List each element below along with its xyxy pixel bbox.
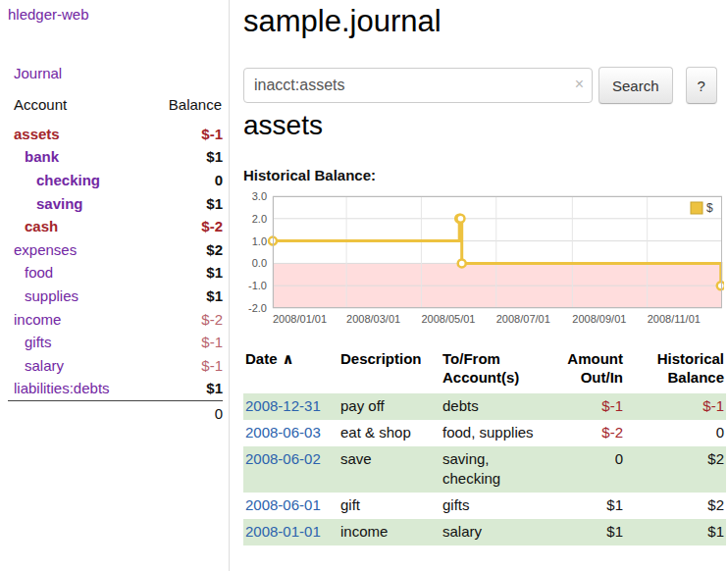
chart-y-tick: -2.0 xyxy=(248,302,267,314)
register-description: gift xyxy=(338,493,441,519)
register-date-link[interactable]: 2008-06-03 xyxy=(245,424,321,441)
account-balance: 0 xyxy=(143,169,223,192)
account-row: cash$-2 xyxy=(8,215,223,238)
account-link-checking[interactable]: checking xyxy=(36,172,100,188)
chart-x-tick: 2008/07/01 xyxy=(496,313,550,325)
account-row: food$1 xyxy=(8,262,223,286)
register-date-link[interactable]: 2008-06-02 xyxy=(245,450,321,467)
chart-y-tick: 2.0 xyxy=(252,213,267,225)
account-row: supplies$1 xyxy=(8,285,223,308)
account-balance: $-1 xyxy=(143,354,223,378)
register-balance: $2 xyxy=(631,493,726,519)
help-button[interactable]: ? xyxy=(686,67,717,104)
register-amount: $1 xyxy=(546,519,631,545)
account-balance: $-2 xyxy=(143,308,223,332)
register-amount: $-1 xyxy=(546,393,631,420)
account-balance: $1 xyxy=(143,378,223,401)
register-row: 2008-01-01 income salary $1 $1 xyxy=(243,519,726,545)
register-header-row: Date∧ Description To/From Account(s) Amo… xyxy=(243,349,726,393)
account-row: saving$1 xyxy=(8,192,223,216)
register-date-link[interactable]: 2008-12-31 xyxy=(245,397,321,414)
account-link-expenses[interactable]: expenses xyxy=(14,241,77,258)
account-link-income[interactable]: income xyxy=(14,311,61,328)
account-balance: $2 xyxy=(143,238,223,262)
accounts-total-row: 0 xyxy=(8,401,223,426)
page-title: sample.journal xyxy=(243,4,442,39)
accounts-header-account: Account xyxy=(8,96,143,123)
chart-y-tick: 1.0 xyxy=(252,235,267,247)
register-amount: $-2 xyxy=(546,420,631,446)
account-link-cash[interactable]: cash xyxy=(25,218,58,234)
chart-title: Historical Balance: xyxy=(243,167,376,183)
accounts-table: Account Balance assets$-1 bank$1 checkin… xyxy=(8,96,223,426)
register-date-link[interactable]: 2008-06-01 xyxy=(245,496,321,513)
account-link-assets[interactable]: assets xyxy=(14,126,60,142)
accounts-header-balance: Balance xyxy=(143,96,223,123)
account-balance: $1 xyxy=(143,262,223,286)
account-row: bank$1 xyxy=(8,146,223,170)
register-description: pay off xyxy=(338,393,441,420)
sort-ascending-icon: ∧ xyxy=(283,350,294,367)
account-balance: $-1 xyxy=(143,331,223,354)
register-row: 2008-12-31 pay off debts $-1 $-1 xyxy=(243,393,726,420)
register-amount: 0 xyxy=(546,446,631,493)
app-title-link[interactable]: hledger-web xyxy=(8,6,89,23)
account-row: liabilities:debts$1 xyxy=(8,378,223,401)
register-balance: $-1 xyxy=(631,393,726,420)
account-balance: $-2 xyxy=(143,215,223,238)
register-balance: 0 xyxy=(631,420,726,446)
register-row: 2008-06-02 save saving, checking 0 $2 xyxy=(243,446,726,493)
accounts-total-value: 0 xyxy=(143,401,223,426)
register-header-accounts: To/From Account(s) xyxy=(441,349,546,393)
register-header-description: Description xyxy=(338,349,441,393)
register-date-link[interactable]: 2008-01-01 xyxy=(245,523,321,540)
account-balance: $1 xyxy=(143,146,223,170)
account-link-gifts[interactable]: gifts xyxy=(25,334,52,350)
account-link-bank[interactable]: bank xyxy=(25,148,59,165)
account-row: gifts$-1 xyxy=(8,331,223,354)
register-row: 2008-06-01 gift gifts $1 $2 xyxy=(243,493,726,519)
register-description: income xyxy=(338,519,441,545)
register-header-balance: Historical Balance xyxy=(631,349,726,393)
register-balance: $1 xyxy=(631,519,726,545)
search-input[interactable] xyxy=(243,68,593,103)
main-content: sample.journal × Search ? assets Histori… xyxy=(243,0,728,571)
register-description: save xyxy=(338,446,441,493)
register-description: eat & shop xyxy=(338,420,441,446)
account-row: checking0 xyxy=(8,169,223,192)
sidebar: hledger-web Journal Account Balance asse… xyxy=(0,0,230,571)
chart-x-tick: 2008/11/01 xyxy=(648,313,701,325)
account-link-saving[interactable]: saving xyxy=(36,195,83,212)
clear-search-icon[interactable]: × xyxy=(575,76,584,93)
sidebar-item-journal[interactable]: Journal xyxy=(14,65,62,81)
search-button[interactable]: Search xyxy=(598,67,673,104)
search-box: × xyxy=(243,68,593,103)
register-header-date[interactable]: Date∧ xyxy=(243,349,338,393)
account-balance: $1 xyxy=(143,285,223,308)
account-link-food[interactable]: food xyxy=(25,264,53,281)
account-row: salary$-1 xyxy=(8,354,223,378)
register-row: 2008-06-03 eat & shop food, supplies $-2… xyxy=(243,420,726,446)
account-row: assets$-1 xyxy=(8,123,223,146)
account-link-liabilities-debts[interactable]: liabilities:debts xyxy=(14,380,110,396)
register-header-amount: Amount Out/In xyxy=(546,349,631,393)
search-row: × Search ? xyxy=(243,67,728,104)
chart-x-tick: 2008/09/01 xyxy=(572,313,626,325)
register-balance: $2 xyxy=(631,446,726,493)
register-accounts: salary xyxy=(441,519,546,545)
chart-legend-label: $ xyxy=(706,201,713,215)
historical-balance-chart: $3.02.01.00.0-1.0-2.02008/01/012008/03/0… xyxy=(243,192,724,332)
chart-y-tick: -1.0 xyxy=(248,280,267,291)
chart-x-tick: 2008/05/01 xyxy=(421,313,475,325)
account-link-salary[interactable]: salary xyxy=(25,357,64,374)
register-amount: $1 xyxy=(546,493,631,519)
account-heading: assets xyxy=(243,110,323,141)
register-accounts: food, supplies xyxy=(441,420,546,446)
account-balance: $1 xyxy=(143,192,223,216)
account-link-supplies[interactable]: supplies xyxy=(25,287,78,304)
account-row: income$-2 xyxy=(8,308,223,332)
register-accounts: gifts xyxy=(441,493,546,519)
accounts-header-row: Account Balance xyxy=(8,96,223,123)
account-balance: $-1 xyxy=(143,123,223,146)
account-row: expenses$2 xyxy=(8,238,223,262)
